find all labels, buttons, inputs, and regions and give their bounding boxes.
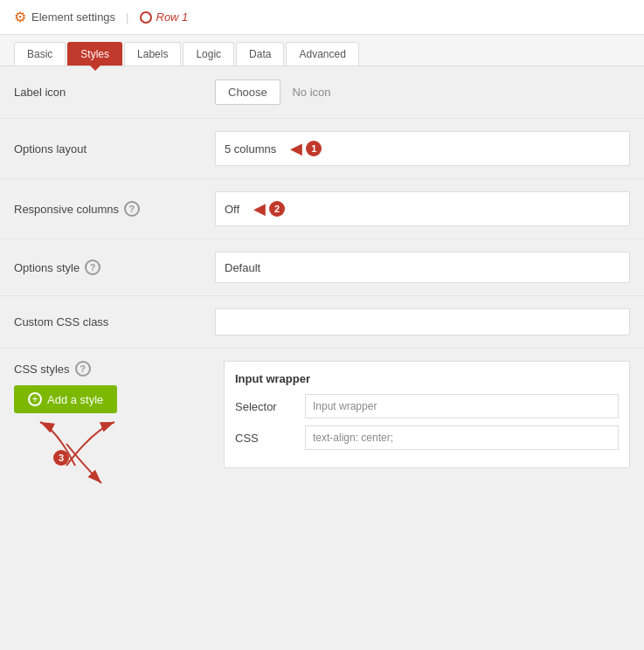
arrow-icon-1: ◀ xyxy=(290,139,302,158)
annotation-number-1: 1 xyxy=(306,141,322,156)
tab-styles[interactable]: Styles xyxy=(67,42,122,66)
responsive-columns-help-icon[interactable]: ? xyxy=(124,201,140,217)
annotation-arrows-3: 3 xyxy=(14,413,215,474)
separator: | xyxy=(126,10,128,24)
css-styles-help-icon[interactable]: ? xyxy=(75,361,91,377)
tab-logic[interactable]: Logic xyxy=(183,42,234,66)
main-content: Label icon Choose No icon Options layout… xyxy=(0,66,644,487)
options-style-label: Options style ? xyxy=(14,259,215,275)
css-value-label: CSS xyxy=(235,432,296,445)
add-style-button[interactable]: + Add a style xyxy=(14,385,117,413)
annotation-arrow-2: ◀ 2 xyxy=(253,199,285,218)
options-layout-row: Options layout 5 columns ◀ 1 xyxy=(0,119,644,179)
settings-label: Element settings xyxy=(31,10,115,24)
input-wrapper-panel: Input wrapper Selector CSS xyxy=(224,361,630,468)
responsive-columns-row: Responsive columns ? Off ◀ 2 xyxy=(0,179,644,239)
options-layout-field[interactable]: 5 columns ◀ 1 xyxy=(215,131,630,166)
label-icon-control: Choose No icon xyxy=(215,80,630,105)
label-icon-row: Label icon Choose No icon xyxy=(0,66,644,119)
options-style-row: Options style ? Default xyxy=(0,239,644,296)
responsive-columns-field[interactable]: Off ◀ 2 xyxy=(215,191,630,226)
tab-advanced[interactable]: Advanced xyxy=(286,42,358,66)
custom-css-class-row: Custom CSS class xyxy=(0,296,644,349)
circle-icon xyxy=(140,11,152,24)
css-value-input[interactable] xyxy=(305,425,619,450)
css-styles-label-text: CSS styles xyxy=(14,363,70,376)
options-layout-control: 5 columns ◀ 1 xyxy=(215,131,630,166)
css-value-row: CSS xyxy=(235,425,619,450)
gear-icon: ⚙ xyxy=(14,9,26,25)
tab-labels[interactable]: Labels xyxy=(124,42,181,66)
options-style-help-icon[interactable]: ? xyxy=(85,259,100,275)
css-styles-label-container: CSS styles ? xyxy=(14,361,215,377)
responsive-columns-control: Off ◀ 2 xyxy=(215,191,630,226)
selector-row: Selector xyxy=(235,394,619,418)
css-styles-left: CSS styles ? + Add a style xyxy=(14,361,215,474)
arrow-icon-2: ◀ xyxy=(253,199,266,218)
header: ⚙ Element settings | Row 1 xyxy=(0,0,644,35)
plus-circle-icon: + xyxy=(28,392,42,406)
custom-css-class-control xyxy=(215,308,630,335)
css-styles-row: CSS styles ? + Add a style xyxy=(0,349,644,487)
no-icon-text: No icon xyxy=(292,86,330,99)
custom-css-class-label: Custom CSS class xyxy=(14,315,215,328)
responsive-columns-label: Responsive columns ? xyxy=(14,201,215,217)
input-wrapper-title: Input wrapper xyxy=(235,372,619,385)
add-style-label: Add a style xyxy=(47,393,103,406)
header-title: ⚙ Element settings xyxy=(14,9,115,25)
row-label-text: Row 1 xyxy=(156,10,189,24)
tabs-bar: Basic Styles Labels Logic Data Advanced xyxy=(0,35,644,66)
row-label: Row 1 xyxy=(140,10,189,24)
custom-css-class-input[interactable] xyxy=(215,308,630,335)
options-layout-label: Options layout xyxy=(14,142,215,156)
label-icon-label: Label icon xyxy=(14,86,215,99)
annotation-number-2: 2 xyxy=(269,201,285,217)
tab-basic[interactable]: Basic xyxy=(14,42,66,66)
annotation-arrow-1: ◀ 1 xyxy=(290,139,322,158)
arrow-svg-3c xyxy=(49,439,119,501)
options-style-field[interactable]: Default xyxy=(215,252,630,283)
tab-data[interactable]: Data xyxy=(236,42,284,66)
selector-label: Selector xyxy=(235,400,296,413)
selector-input[interactable] xyxy=(305,394,619,418)
choose-button[interactable]: Choose xyxy=(215,80,280,105)
options-style-control: Default xyxy=(215,252,630,283)
